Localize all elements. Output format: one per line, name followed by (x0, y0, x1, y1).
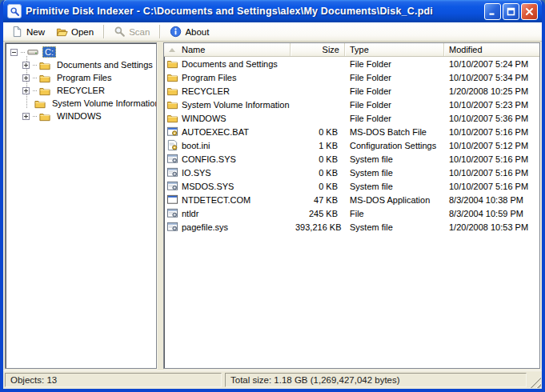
file-type: File Folder (345, 59, 444, 69)
file-modified: 1/20/2008 10:25 PM (444, 86, 539, 96)
file-row[interactable]: RECYCLER File Folder 1/20/2008 10:25 PM (164, 84, 539, 98)
expand-expander-icon[interactable] (22, 74, 30, 82)
list-body: Documents and Settings File Folder 10/10… (164, 57, 539, 368)
file-name: AUTOEXEC.BAT (182, 127, 249, 137)
tree-item-label[interactable]: Documents and Settings (54, 59, 155, 70)
file-row[interactable]: MSDOS.SYS 0 KB System file 10/10/2007 5:… (164, 179, 539, 193)
file-row[interactable]: Program Files File Folder 10/10/2007 5:3… (164, 70, 539, 84)
file-name: pagefile.sys (182, 222, 228, 232)
tree-item[interactable]: Program Files (6, 71, 156, 84)
tree-item-label[interactable]: WINDOWS (54, 110, 104, 122)
status-objects: Objects: 13 (5, 373, 222, 387)
file-modified: 10/10/2007 5:36 PM (444, 114, 539, 123)
file-name: Program Files (182, 73, 236, 82)
file-row[interactable]: pagefile.sys 393,216 KB System file 1/20… (164, 220, 539, 234)
close-button[interactable] (521, 3, 538, 20)
close-icon (525, 7, 534, 16)
folder-icon (34, 98, 46, 110)
file-name: CONFIG.SYS (182, 154, 236, 164)
open-button[interactable]: Open (51, 23, 98, 40)
minimize-icon (488, 7, 497, 16)
folder-icon (38, 72, 51, 84)
new-button[interactable]: New (6, 23, 50, 40)
file-size: 245 KB (291, 209, 345, 218)
file-type-icon (166, 139, 178, 151)
file-row[interactable]: AUTOEXEC.BAT 0 KB MS-DOS Batch File 10/1… (164, 125, 539, 138)
file-size: 0 KB (291, 182, 345, 191)
file-modified: 10/10/2007 5:24 PM (444, 59, 539, 69)
column-header-type[interactable]: Type (345, 43, 444, 56)
file-row[interactable]: ntldr 245 KB File 8/3/2004 10:59 PM (164, 206, 539, 220)
list-header: Name Size Type Modified (164, 43, 539, 57)
expand-expander-icon[interactable] (22, 87, 30, 94)
file-name: RECYCLER (182, 86, 230, 96)
file-name: System Volume Information (182, 100, 290, 110)
about-button[interactable]: About (165, 23, 214, 40)
file-list[interactable]: Name Size Type Modified Documen (163, 42, 540, 369)
resize-grip[interactable] (530, 377, 541, 388)
file-size: 47 KB (291, 195, 345, 205)
folder-icon (38, 85, 51, 97)
file-row[interactable]: System Volume Information File Folder 10… (164, 98, 539, 111)
folder-icon (38, 59, 51, 71)
file-row[interactable]: CONFIG.SYS 0 KB System file 10/10/2007 5… (164, 152, 539, 166)
column-header-size[interactable]: Size (291, 43, 345, 56)
file-type-icon (166, 98, 178, 110)
expand-expander-icon[interactable] (22, 62, 30, 69)
file-name: MSDOS.SYS (182, 182, 234, 191)
file-name: Documents and Settings (182, 59, 278, 69)
tree-item-label[interactable]: System Volume Information (50, 98, 157, 109)
collapse-expander-icon[interactable] (10, 49, 18, 56)
file-type: MS-DOS Batch File (345, 127, 444, 137)
tree-item[interactable]: System Volume Information (6, 97, 156, 110)
expand-expander-icon[interactable] (22, 113, 30, 120)
scan-magnifier-icon (114, 26, 126, 38)
file-modified: 10/10/2007 5:16 PM (444, 154, 539, 164)
open-button-label: Open (71, 27, 94, 37)
new-file-icon (11, 26, 23, 38)
scan-button: Scan (109, 23, 154, 40)
tree-item-label[interactable]: Program Files (54, 72, 114, 83)
file-row[interactable]: WINDOWS File Folder 10/10/2007 5:36 PM (164, 111, 539, 125)
file-row[interactable]: boot.ini 1 KB Configuration Settings 10/… (164, 138, 539, 152)
file-type-icon (166, 112, 178, 124)
tree-item[interactable]: Documents and Settings (6, 58, 156, 71)
file-row[interactable]: NTDETECT.COM 47 KB MS-DOS Application 8/… (164, 193, 539, 206)
column-header-modified[interactable]: Modified (444, 43, 539, 56)
file-size: 0 KB (291, 154, 345, 164)
file-modified: 10/10/2007 5:16 PM (444, 182, 539, 191)
file-size: 0 KB (291, 127, 345, 137)
app-magnifier-icon (7, 4, 22, 18)
file-row[interactable]: IO.SYS 0 KB System file 10/10/2007 5:16 … (164, 166, 539, 179)
file-modified: 10/10/2007 5:16 PM (444, 127, 539, 137)
app-window: Primitive Disk Indexer - C:\Documents an… (0, 0, 545, 392)
file-modified: 10/10/2007 5:12 PM (444, 141, 539, 150)
caption-buttons (484, 3, 538, 20)
minimize-button[interactable] (484, 3, 501, 20)
status-total-size: Total size: 1.18 GB (1,269,427,042 bytes… (225, 373, 527, 387)
file-type: System file (345, 182, 444, 191)
toolbar: New Open Scan About (3, 22, 542, 42)
toolbar-separator (103, 25, 104, 38)
tree-item-root[interactable]: C: (6, 46, 156, 58)
maximize-button[interactable] (503, 3, 519, 20)
file-name: WINDOWS (182, 114, 226, 123)
tree-item[interactable]: RECYCLER (6, 84, 156, 97)
window-title: Primitive Disk Indexer - C:\Documents an… (26, 6, 484, 17)
file-type: Configuration Settings (345, 141, 444, 150)
maximize-icon (507, 7, 515, 16)
tree-item-label[interactable]: RECYCLER (54, 85, 107, 96)
file-type-icon (166, 58, 178, 70)
file-row[interactable]: Documents and Settings File Folder 10/10… (164, 57, 539, 70)
file-type-icon (166, 207, 178, 219)
file-size: 0 KB (291, 168, 345, 178)
file-type: File Folder (345, 86, 444, 96)
tree-item[interactable]: WINDOWS (6, 110, 156, 122)
file-modified: 10/10/2007 5:23 PM (444, 100, 539, 110)
file-size: 393,216 KB (291, 222, 345, 232)
file-modified: 10/10/2007 5:16 PM (444, 168, 539, 178)
file-size: 1 KB (291, 141, 345, 150)
column-header-name[interactable]: Name (164, 43, 291, 56)
tree-item-label[interactable]: C: (42, 46, 56, 58)
folder-tree[interactable]: C: Documents and Settings Program Files (5, 42, 157, 369)
